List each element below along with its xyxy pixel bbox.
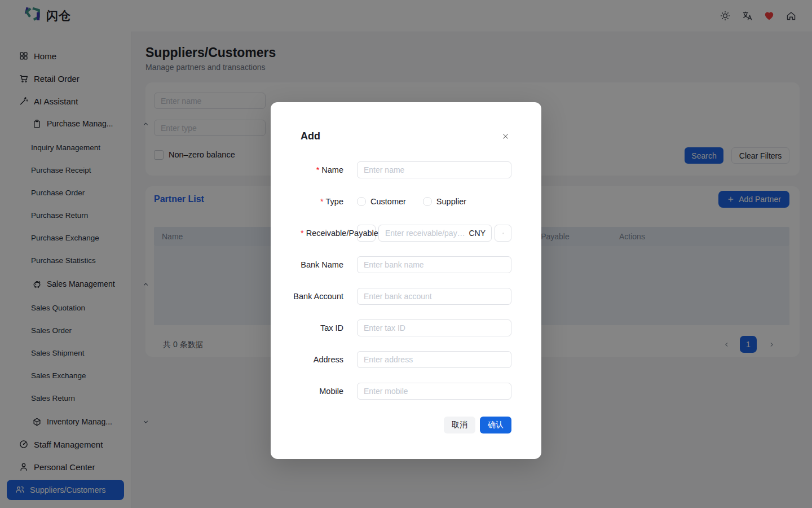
form-row-bank-account: Bank Account (271, 288, 541, 305)
form-row-address: Address (271, 351, 541, 368)
app-root: 闪仓 Home Retail Order (0, 0, 812, 508)
required-asterisk: * (316, 165, 320, 174)
field-label: Tax ID (320, 323, 343, 332)
field-label: Name (321, 165, 343, 174)
customer-radio[interactable]: Customer (357, 197, 406, 206)
form-row-name: *Name (271, 161, 541, 178)
field-label: Bank Account (293, 292, 343, 301)
receivable-input-wrap: CNY (378, 225, 492, 242)
radio-circle-icon (423, 197, 432, 206)
name-input[interactable] (357, 161, 511, 178)
type-radio-group: Customer Supplier (357, 193, 483, 210)
supplier-radio[interactable]: Supplier (423, 197, 466, 206)
tax-id-input[interactable] (357, 319, 511, 336)
receivable-input[interactable] (379, 226, 466, 240)
form-row-type: *Type Customer Supplier (271, 193, 541, 210)
receivable-extra-box[interactable] (495, 225, 511, 242)
field-label: Receivable/Payable (306, 229, 378, 238)
confirm-button[interactable]: 确认 (480, 417, 511, 433)
address-input[interactable] (357, 351, 511, 368)
add-partner-modal: Add *Name *Type Customer Supplier (271, 102, 541, 459)
form-row-receivable-payable: *Receivable/Payable CNY (271, 225, 541, 242)
bank-account-input[interactable] (357, 288, 511, 305)
modal-title: Add (301, 130, 320, 142)
required-asterisk: * (301, 229, 304, 238)
field-label: Address (314, 355, 343, 364)
field-label: Type (326, 197, 343, 206)
currency-suffix: CNY (466, 229, 491, 238)
field-label: Mobile (319, 387, 343, 396)
radio-circle-icon (357, 197, 366, 206)
form-row-tax-id: Tax ID (271, 319, 541, 336)
field-label: Bank Name (301, 260, 343, 269)
form-row-mobile: Mobile (271, 383, 541, 400)
required-asterisk: * (320, 197, 324, 206)
close-icon[interactable] (498, 129, 512, 143)
form-row-bank-name: Bank Name (271, 256, 541, 273)
bank-name-input[interactable] (357, 256, 511, 273)
mobile-input[interactable] (357, 383, 511, 400)
cancel-button[interactable]: 取消 (444, 417, 475, 433)
